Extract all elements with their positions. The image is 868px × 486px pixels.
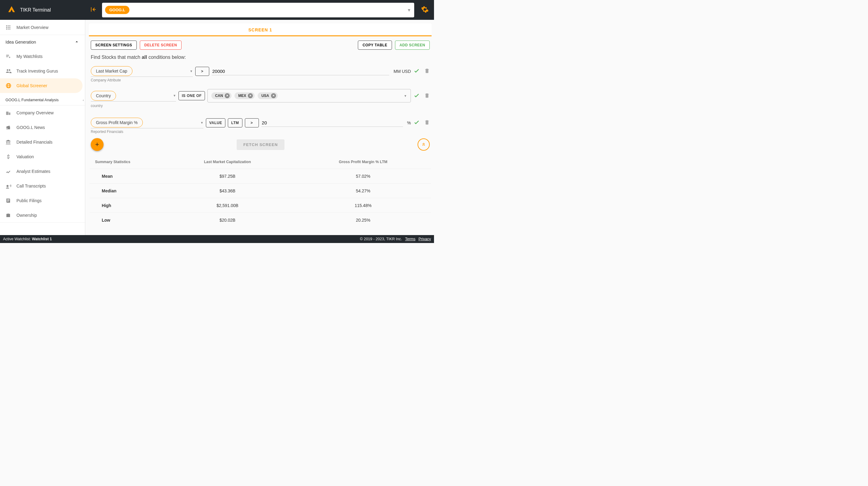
condition-row-2: Gross Profit Margin % ▼ VALUE LTM > %: [91, 117, 430, 128]
sidebar-label: My Watchlists: [17, 54, 43, 59]
sidebar-item-company-overview[interactable]: Company Overview: [0, 106, 85, 120]
stats-header-col: Last Market Capitalization: [160, 160, 296, 164]
sidebar-item-public-filings[interactable]: Public Filings: [0, 193, 85, 208]
summary-stats-table: Summary Statistics Last Market Capitaliz…: [90, 155, 431, 227]
condition-row-0: Last Market Cap ▼ > MM USD: [91, 65, 430, 77]
chart-line-icon: [5, 169, 17, 174]
tab-label: SCREEN 1: [248, 27, 272, 32]
sidebar-label: Call Transcripts: [17, 183, 46, 189]
sidebar-label: GOOG.L News: [17, 125, 45, 130]
attribute-chip: Gross Profit Margin %: [91, 118, 143, 127]
sidebar-label: Track Investing Gurus: [17, 68, 58, 74]
sidebar-label: Analyst Estimates: [17, 169, 50, 174]
country-tag[interactable]: CAN✕: [211, 92, 231, 99]
stats-header-label: Summary Statistics: [90, 160, 160, 164]
footer-bar: Active Watchlist: Watchlist 1 © 2019 - 2…: [0, 235, 434, 243]
sidebar-item-global-screener[interactable]: Global Screener: [0, 78, 83, 93]
sidebar-item-market-overview[interactable]: Market Overview: [0, 20, 85, 35]
attribute-select[interactable]: Last Market Cap ▼: [91, 65, 193, 77]
condition-row-1: Country ▼ IS ONE OF CAN✕ MEX✕ USA✕ ▼: [91, 89, 430, 103]
country-tag[interactable]: MEX✕: [235, 92, 255, 99]
value-tag-button[interactable]: VALUE: [206, 118, 225, 127]
app-logo-icon: [8, 5, 16, 14]
logo-section: TIKR Terminal: [0, 5, 85, 14]
add-screen-button[interactable]: ADD SCREEN: [395, 40, 430, 50]
copyright-text: © 2019 - 2023, TIKR Inc.: [360, 237, 402, 241]
delete-icon[interactable]: [424, 68, 430, 75]
chevron-left-icon: ‹: [83, 98, 84, 102]
delete-screen-button[interactable]: DELETE SCREEN: [140, 40, 182, 50]
sidebar-group-idea-generation[interactable]: Idea Generation: [0, 35, 85, 49]
add-condition-button[interactable]: +: [91, 138, 103, 151]
people-icon: [5, 68, 17, 74]
remove-icon[interactable]: ✕: [225, 93, 230, 98]
remove-icon[interactable]: ✕: [271, 93, 276, 98]
attribute-category: Reported Financials: [91, 130, 430, 134]
active-watchlist-label: Active Watchlist: Watchlist 1: [3, 237, 52, 241]
stats-row: Low $20.02B 20.25%: [90, 212, 431, 227]
chevron-up-icon: [74, 39, 80, 46]
search-bar[interactable]: GOOG.L ▼: [102, 3, 414, 18]
radio-icon: [5, 125, 17, 130]
delete-icon[interactable]: [424, 93, 430, 99]
sidebar-item-detailed-financials[interactable]: Detailed Financials: [0, 135, 85, 149]
sidebar-item-news[interactable]: GOOG.L News: [0, 120, 85, 135]
attribute-chip: Country: [91, 91, 116, 101]
value-input[interactable]: [212, 67, 389, 75]
value-input[interactable]: [261, 119, 403, 127]
attribute-category: Company Attribute: [91, 78, 430, 82]
operator-button[interactable]: >: [195, 67, 209, 76]
sidebar-item-track-gurus[interactable]: Track Investing Gurus: [0, 64, 85, 78]
sidebar-group-label: Idea Generation: [5, 40, 36, 45]
screener-tab[interactable]: SCREEN 1: [89, 24, 432, 36]
sidebar-label: Company Overview: [17, 110, 54, 115]
search-ticker-chip[interactable]: GOOG.L: [105, 6, 129, 14]
confirm-icon[interactable]: [413, 92, 420, 100]
collapse-up-button[interactable]: [417, 138, 430, 151]
building-icon: [5, 110, 17, 116]
confirm-icon[interactable]: [413, 119, 420, 126]
country-tag[interactable]: USA✕: [258, 92, 277, 99]
grid-icon: [5, 25, 17, 30]
attribute-select[interactable]: Country ▼: [91, 90, 176, 102]
attribute-chip: Last Market Cap: [91, 66, 132, 76]
bank-icon: [5, 139, 17, 145]
sidebar-sub-label: GOOG.L Fundamental Analysis: [5, 98, 59, 102]
instruction-text: Find Stocks that match all conditions be…: [91, 55, 430, 60]
confirm-icon[interactable]: [413, 67, 420, 75]
stats-row: Median $43.36B 54.27%: [90, 183, 431, 198]
search-dropdown-icon[interactable]: ▼: [407, 8, 411, 12]
stats-header-row: Summary Statistics Last Market Capitaliz…: [90, 155, 431, 169]
header-bar: TIKR Terminal GOOG.L ▼: [0, 0, 434, 20]
attribute-select[interactable]: Gross Profit Margin % ▼: [91, 117, 204, 128]
sidebar-item-valuation[interactable]: Valuation: [0, 149, 85, 164]
sidebar-collapse-button[interactable]: [85, 6, 100, 14]
country-tag-input[interactable]: CAN✕ MEX✕ USA✕ ▼: [208, 89, 411, 103]
sidebar-item-ownership[interactable]: Ownership: [0, 208, 85, 223]
period-tag-button[interactable]: LTM: [228, 118, 242, 127]
screen-toolbar: SCREEN SETTINGS DELETE SCREEN COPY TABLE…: [89, 40, 432, 50]
screen-settings-button[interactable]: SCREEN SETTINGS: [91, 40, 137, 50]
sidebar-item-call-transcripts[interactable]: Call Transcripts: [0, 179, 85, 193]
sidebar-item-watchlists[interactable]: My Watchlists: [0, 49, 85, 64]
sidebar-label: Detailed Financials: [17, 140, 52, 145]
remove-icon[interactable]: ✕: [248, 93, 253, 98]
terms-link[interactable]: Terms: [405, 237, 415, 241]
sidebar: Market Overview Idea Generation My Watch…: [0, 20, 85, 235]
stats-row: High $2,591.00B 115.48%: [90, 198, 431, 212]
operator-button[interactable]: >: [245, 118, 259, 127]
app-title: TIKR Terminal: [20, 7, 51, 13]
sidebar-sub-fundamental[interactable]: GOOG.L Fundamental Analysis ‹: [0, 95, 85, 106]
fetch-screen-button[interactable]: FETCH SCREEN: [237, 139, 284, 150]
chevron-down-icon: ▼: [173, 94, 176, 97]
list-add-icon: [5, 54, 17, 59]
sidebar-label: Valuation: [17, 154, 34, 159]
sidebar-item-analyst-estimates[interactable]: Analyst Estimates: [0, 164, 85, 179]
privacy-link[interactable]: Privacy: [418, 237, 431, 241]
operator-button[interactable]: IS ONE OF: [179, 91, 205, 100]
main-content: SCREEN 1 SCREEN SETTINGS DELETE SCREEN C…: [85, 20, 434, 235]
delete-icon[interactable]: [424, 119, 430, 126]
settings-gear-icon[interactable]: [416, 5, 434, 14]
sidebar-label: Market Overview: [17, 25, 49, 30]
copy-table-button[interactable]: COPY TABLE: [358, 40, 392, 50]
